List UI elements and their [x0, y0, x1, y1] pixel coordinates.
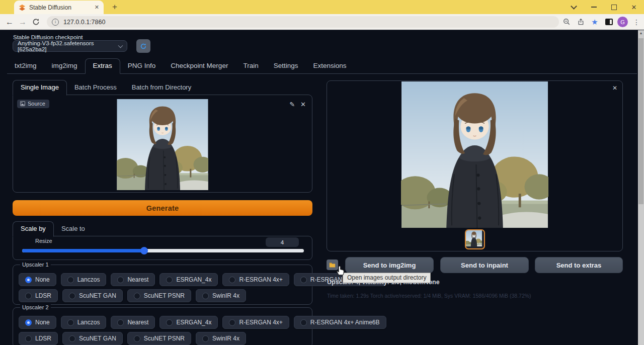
toolbar-right-icons: ★ G ⋮ — [561, 14, 642, 30]
upscaler1-option-scunet-psnr[interactable]: ScuNET PSNR — [127, 289, 191, 302]
radio-icon — [117, 277, 124, 283]
subtab-batch-process[interactable]: Batch Process — [67, 80, 124, 95]
upscaler1-option-none[interactable]: None — [19, 273, 56, 286]
upscaler1-option-ldsr[interactable]: LDSR — [19, 289, 58, 302]
clear-image-icon[interactable]: ✕ — [300, 101, 306, 108]
send-to-img2img-button[interactable]: Send to img2img — [345, 257, 434, 273]
url-text: 127.0.0.1:7860 — [63, 19, 105, 26]
upscaler2-option-ldsr[interactable]: LDSR — [19, 332, 58, 345]
tab-scale-by[interactable]: Scale by — [13, 221, 54, 237]
tab-extensions[interactable]: Extensions — [305, 59, 354, 73]
radio-icon — [202, 293, 209, 299]
tab-close-icon[interactable]: ✕ — [95, 4, 99, 11]
scrollbar-thumb[interactable] — [638, 38, 643, 204]
resize-value-input[interactable]: 4 — [266, 237, 299, 247]
tab-scale-to[interactable]: Scale to — [54, 222, 93, 236]
send-to-extras-button[interactable]: Send to extras — [535, 257, 623, 273]
pill-label: Nearest — [127, 276, 148, 283]
tab-extras[interactable]: Extras — [85, 58, 120, 74]
source-image-dropzone[interactable]: Source ✎ ✕ — [13, 95, 312, 193]
tab-title: Stable Diffusion — [29, 4, 95, 11]
upscaler2-option-esrgan4x[interactable]: ESRGAN_4x — [159, 316, 218, 329]
site-info-icon[interactable]: i — [52, 19, 59, 26]
upscaler2-option-lanczos[interactable]: Lanczos — [61, 316, 107, 329]
back-icon[interactable]: ← — [3, 18, 16, 27]
pill-label: Lanczos — [77, 276, 100, 283]
upscaler1-option-nearest[interactable]: Nearest — [111, 273, 155, 286]
chrome-page-divider — [0, 30, 644, 30]
tab-img2img[interactable]: img2img — [44, 59, 85, 73]
tab-txt2img[interactable]: txt2img — [7, 59, 44, 73]
bookmark-star-icon[interactable]: ★ — [589, 17, 600, 28]
generate-button[interactable]: Generate — [13, 200, 312, 216]
radio-icon — [229, 277, 235, 283]
share-icon[interactable] — [575, 17, 586, 28]
subtab-single-image[interactable]: Single Image — [13, 80, 67, 96]
tooltip: Open images output directory — [343, 273, 431, 283]
output-image[interactable] — [401, 81, 548, 228]
page-scrollbar[interactable]: ▲ — [638, 30, 644, 345]
close-gallery-icon[interactable]: ✕ — [612, 84, 617, 92]
maximize-icon[interactable] — [604, 0, 624, 14]
browser-menu-icon[interactable]: ⋮ — [631, 17, 642, 28]
new-tab-button[interactable]: + — [109, 2, 120, 13]
pill-label: Lanczos — [77, 319, 100, 326]
scrollbar-up-icon[interactable]: ▲ — [638, 31, 644, 35]
gallery-thumbnail-selected[interactable] — [465, 229, 485, 249]
tab-checkpoint-merger[interactable]: Checkpoint Merger — [163, 59, 235, 73]
pill-label: Nearest — [127, 319, 148, 326]
slider-handle[interactable] — [140, 247, 148, 254]
resize-slider[interactable] — [22, 249, 304, 252]
radio-icon — [229, 319, 235, 326]
pill-label: LDSR — [35, 292, 51, 299]
send-to-inpaint-button[interactable]: Send to inpaint — [440, 257, 529, 273]
upscaler1-option-scunet-gan[interactable]: ScuNET GAN — [62, 289, 123, 302]
upscaler2-option-nearest[interactable]: Nearest — [111, 316, 155, 329]
upscaler2-option-resrgan-anime6b[interactable]: R-ESRGAN 4x+ Anime6B — [294, 316, 386, 329]
upscaler2-group: Upscaler 2 None Lanczos Nearest ESRGAN_4… — [13, 307, 312, 345]
subtab-batch-from-directory[interactable]: Batch from Directory — [124, 80, 199, 95]
refresh-checkpoint-button[interactable] — [136, 39, 150, 53]
tab-png-info[interactable]: PNG Info — [120, 59, 164, 73]
upscaler2-option-none[interactable]: None — [19, 316, 56, 329]
radio-icon — [166, 277, 173, 283]
checkpoint-select[interactable]: Anything-V3-fp32.safetensors [625a2ba2] — [13, 40, 127, 52]
tab-search-chevron-icon[interactable] — [564, 0, 584, 14]
source-tag: Source — [17, 100, 49, 108]
tab-train[interactable]: Train — [235, 59, 266, 73]
window-close-icon[interactable]: ✕ — [624, 0, 644, 14]
upscaler1-option-lanczos[interactable]: Lanczos — [61, 273, 107, 286]
forward-icon[interactable]: → — [16, 18, 29, 27]
browser-tab[interactable]: Stable Diffusion ✕ — [14, 1, 104, 14]
upscaler2-option-swinir4x[interactable]: SwinIR 4x — [196, 332, 246, 345]
source-image[interactable] — [117, 99, 208, 190]
radio-icon — [69, 335, 75, 342]
zoom-icon[interactable] — [561, 17, 572, 28]
reload-icon[interactable] — [30, 17, 41, 28]
pill-label: R-ESRGAN 4x+ — [239, 319, 282, 326]
edit-image-icon[interactable]: ✎ — [289, 101, 295, 108]
radio-selected-icon — [25, 319, 32, 326]
radio-icon — [166, 319, 173, 326]
checkpoint-value: Anything-V3-fp32.safetensors [625a2ba2] — [18, 40, 119, 52]
refresh-icon — [140, 43, 147, 50]
side-panel-icon[interactable] — [603, 17, 614, 28]
profile-avatar[interactable]: G — [617, 17, 628, 27]
upscaler1-option-esrgan4x[interactable]: ESRGAN_4x — [159, 273, 218, 286]
minimize-icon[interactable] — [584, 0, 604, 14]
pill-label: None — [35, 319, 50, 326]
upscaler2-option-scunet-psnr[interactable]: ScuNET PSNR — [127, 332, 191, 345]
performance-info-text: Time taken: 1.29s Torch active/reserved:… — [327, 293, 531, 299]
upscaler1-option-resrgan4x[interactable]: R-ESRGAN 4x+ — [222, 273, 289, 286]
upscaler2-option-resrgan4x[interactable]: R-ESRGAN 4x+ — [222, 316, 289, 329]
radio-icon — [25, 335, 32, 342]
browser-toolbar: ← → i 127.0.0.1:7860 ★ G ⋮ — [0, 14, 644, 30]
upscaler1-label: Upscaler 1 — [20, 262, 51, 268]
radio-icon — [25, 293, 32, 299]
url-bar[interactable]: i 127.0.0.1:7860 — [47, 16, 559, 28]
tab-settings[interactable]: Settings — [266, 59, 306, 73]
upscaler1-option-swinir4x[interactable]: SwinIR 4x — [196, 289, 246, 302]
main-tab-bar: txt2img img2img Extras PNG Info Checkpoi… — [7, 60, 637, 74]
radio-icon — [69, 293, 75, 299]
upscaler2-option-scunet-gan[interactable]: ScuNET GAN — [62, 332, 123, 345]
